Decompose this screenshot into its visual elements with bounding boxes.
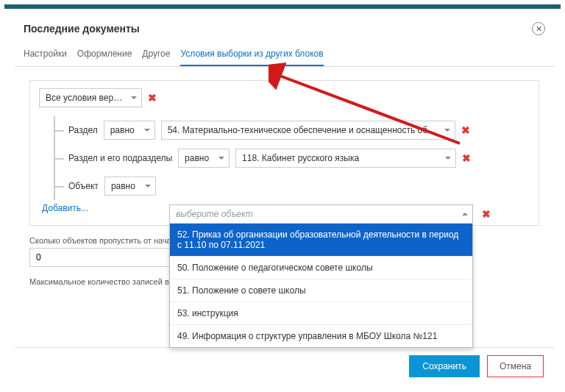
operator-select[interactable]: равно (104, 177, 156, 196)
dropdown-item[interactable]: 52. Приказ об организации образовательно… (170, 224, 472, 256)
dialog-latest-documents: Последние документы ✕ Настройки Оформлен… (15, 15, 554, 385)
add-condition-link[interactable]: Добавить... (39, 200, 88, 215)
operator-select[interactable]: равно (104, 121, 155, 140)
delete-row-icon[interactable]: ✖ (462, 152, 471, 164)
object-dropdown-input[interactable]: выберите объект (169, 204, 473, 224)
delete-row-icon[interactable]: ✖ (482, 208, 491, 220)
save-button[interactable]: Сохранить (409, 355, 480, 377)
delete-row-icon[interactable]: ✖ (461, 124, 470, 136)
dialog-tabs: Настройки Оформление Другое Условия выбо… (15, 43, 554, 67)
condition-mode-select[interactable]: Все условия верны: (39, 88, 142, 107)
dialog-title: Последние документы (24, 23, 140, 35)
field-label: Раздел (55, 125, 98, 135)
tab-design[interactable]: Оформление (77, 43, 132, 66)
delete-group-icon[interactable]: ✖ (148, 92, 157, 104)
operator-select[interactable]: равно (178, 149, 230, 168)
value-select[interactable]: 54. Материально-техническое обеспечение … (161, 121, 455, 140)
field-label: Объект (55, 181, 99, 191)
dialog-footer: Сохранить Отмена (15, 347, 554, 385)
value-select[interactable]: 118. Кабинет русского языка (235, 149, 456, 168)
cancel-button[interactable]: Отмена (487, 355, 544, 377)
window-top-accent (4, 4, 561, 9)
object-dropdown-list: 52. Приказ об организации образовательно… (169, 224, 473, 348)
dropdown-item[interactable]: 50. Положение о педагогическом совете шк… (170, 256, 472, 279)
field-label: Раздел и его подразделы (55, 153, 172, 163)
tab-settings[interactable]: Настройки (24, 43, 67, 66)
dropdown-item[interactable]: 53. инструкция (170, 302, 472, 324)
object-dropdown-open: выберите объект 52. Приказ об организаци… (169, 204, 473, 348)
tab-conditions[interactable]: Условия выборки из других блоков (180, 43, 323, 66)
dropdown-item[interactable]: 51. Положение о совете школы (170, 279, 472, 302)
dropdown-item[interactable]: 49. Информация о структуре управления в … (170, 324, 472, 347)
close-icon[interactable]: ✕ (532, 22, 545, 35)
tab-other[interactable]: Другое (142, 43, 170, 66)
